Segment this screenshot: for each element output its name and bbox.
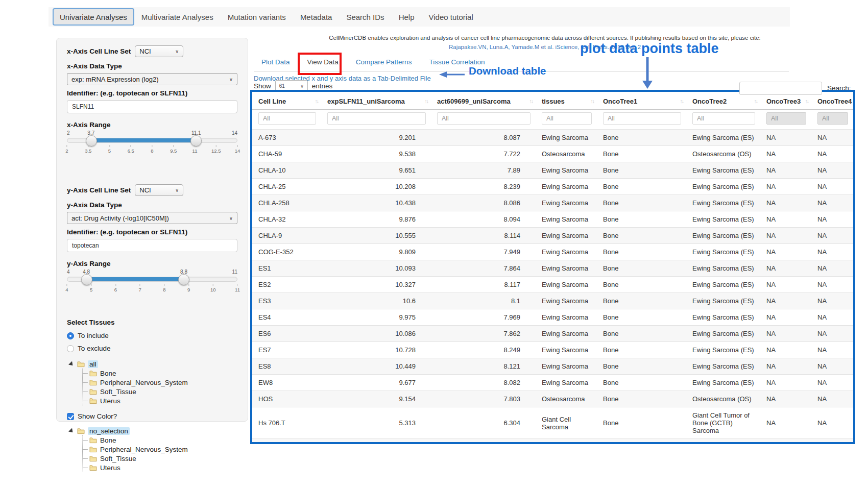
column-header-expslfn11-unisarcoma[interactable]: expSLFN11_uniSarcoma↑↓ <box>321 92 431 110</box>
table-cell: ES4 <box>252 309 321 326</box>
x-data-type-value: exp: mRNA Expression (log2) <box>71 76 159 83</box>
y-range-slider[interactable]: 44.88.8114567891011 <box>67 269 237 299</box>
radio-selected-icon[interactable] <box>67 332 74 339</box>
table-cell: Ewing Sarcoma (ES) <box>686 195 760 211</box>
x-range-slider[interactable]: 23.711.11423.556.589.51112.514 <box>67 130 237 160</box>
tissues-include-option[interactable]: To include <box>67 332 237 339</box>
slider-tick: 11 <box>235 284 240 292</box>
sort-icon[interactable]: ↑↓ <box>529 98 533 104</box>
folder-icon <box>89 379 97 386</box>
table-cell: NA <box>811 391 853 407</box>
slider-value-labels: 44.88.811 <box>67 269 237 277</box>
nav-tab-metadata[interactable]: Metadata <box>293 13 340 21</box>
slider-max-label: 11 <box>232 269 237 275</box>
column-filter-cell-line[interactable] <box>258 112 316 125</box>
column-filter-expslfn11-unisarcoma[interactable] <box>327 112 426 125</box>
checkbox-checked-icon[interactable] <box>67 413 74 420</box>
sort-icon[interactable]: ↑↓ <box>591 98 594 104</box>
y-identifier-input[interactable] <box>67 239 237 252</box>
slider-min-label: 2 <box>67 130 70 136</box>
table-cell: 8.121 <box>431 358 536 375</box>
column-filter-oncotree2[interactable] <box>692 112 755 125</box>
tree-node-label: Uterus <box>100 464 120 472</box>
column-header-cell-line[interactable]: Cell Line↑↓ <box>252 92 321 110</box>
tree-children: BonePeripheral_Nervous_SystemSoft_Tissue… <box>82 369 237 405</box>
y-range-label: y-Axis Range <box>67 259 237 268</box>
column-filter-oncotree1[interactable] <box>603 112 681 125</box>
y-data-type-select[interactable]: act: Drug Activity (-log10[IC50M]) ∨ <box>67 212 237 224</box>
sort-icon[interactable]: ↑↓ <box>805 98 809 104</box>
table-cell: NA <box>760 195 811 211</box>
tree-caret-icon[interactable] <box>68 361 75 367</box>
sort-icon[interactable]: ↑↓ <box>425 98 428 104</box>
nav-tab-univariate-analyses[interactable]: Univariate Analyses <box>53 8 134 26</box>
folder-icon <box>89 388 97 395</box>
tissues-exclude-option[interactable]: To exclude <box>67 345 237 352</box>
y-cell-line-set-label: y-Axis Cell Line Set <box>67 186 131 194</box>
nav-tab-multivariate-analyses[interactable]: Multivariate Analyses <box>134 13 221 21</box>
tree-node-uterus[interactable]: Uterus <box>83 463 237 472</box>
tree-node-bone[interactable]: Bone <box>83 369 237 378</box>
tree-node-all[interactable]: all <box>69 359 237 369</box>
slider-track[interactable] <box>67 138 237 143</box>
column-filter-tissues[interactable] <box>542 112 592 125</box>
table-cell: Ewing Sarcoma (ES) <box>686 130 760 146</box>
table-row: ES310.68.1Ewing SarcomaBoneEwing Sarcoma… <box>252 293 853 309</box>
x-data-type-select[interactable]: exp: mRNA Expression (log2) ∨ <box>67 73 237 85</box>
slider-tick: 4 <box>65 284 68 292</box>
y-cell-line-set-select[interactable]: NCI ∨ <box>135 184 183 196</box>
table-cell: ES2 <box>252 277 321 293</box>
table-cell: NA <box>811 407 853 439</box>
citation-text: CellMinerCDB enables exploration and ana… <box>254 35 836 41</box>
citation-link[interactable]: Rajapakse.VN, Luna.A, Yamade.M et al. iS… <box>254 44 836 50</box>
tree-node-no-selection[interactable]: no_selection <box>69 426 237 435</box>
table-cell: NA <box>760 375 811 391</box>
nav-tab-video-tutorial[interactable]: Video tutorial <box>421 13 480 21</box>
table-row: ES210.3278.117Ewing SarcomaBoneEwing Sar… <box>252 277 853 293</box>
entries-suffix-label: entries <box>312 82 333 90</box>
x-identifier-input[interactable] <box>67 100 237 113</box>
left-arrow-icon <box>439 70 465 79</box>
sort-icon[interactable]: ↑↓ <box>754 98 758 104</box>
column-header-act609699-unisarcoma[interactable]: act609699_uniSarcoma↑↓ <box>431 92 536 110</box>
column-header-oncotree1[interactable]: OncoTree1↑↓ <box>597 92 686 110</box>
tree-node-bone[interactable]: Bone <box>83 435 237 445</box>
table-cell: NA <box>760 293 811 309</box>
x-cell-line-set-select[interactable]: NCI ∨ <box>135 45 183 57</box>
tree-node-peripheral-nervous-system[interactable]: Peripheral_Nervous_System <box>83 445 237 454</box>
tab-plot-data[interactable]: Plot Data <box>261 58 290 66</box>
table-cell: Osteosarcoma <box>536 146 597 162</box>
nav-tab-help[interactable]: Help <box>392 13 422 21</box>
tree-caret-icon[interactable] <box>68 428 75 434</box>
table-cell: NA <box>760 228 811 244</box>
slider-selected-range <box>87 277 184 281</box>
table-cell: Ewing Sarcoma <box>536 211 597 228</box>
show-color-option[interactable]: Show Color? <box>67 412 237 420</box>
table-cell: 10.449 <box>321 358 431 375</box>
sort-icon[interactable]: ↑↓ <box>847 98 851 104</box>
tree-node-peripheral-nervous-system[interactable]: Peripheral_Nervous_System <box>83 378 237 387</box>
slider-track[interactable] <box>67 277 237 282</box>
column-filter-act609699-unisarcoma[interactable] <box>437 112 531 125</box>
nav-tab-search-ids[interactable]: Search IDs <box>339 13 391 21</box>
search-input[interactable] <box>739 82 822 95</box>
nav-tab-mutation-variants[interactable]: Mutation variants <box>221 13 293 21</box>
radio-unselected-icon[interactable] <box>67 345 74 352</box>
table-cell: Ewing Sarcoma (ES) <box>686 211 760 228</box>
table-cell: NA <box>811 146 853 162</box>
table-cell: Ewing Sarcoma <box>536 260 597 277</box>
tab-compare-patterns[interactable]: Compare Patterns <box>356 58 412 66</box>
tree-node-label: no_selection <box>88 427 130 435</box>
sort-icon[interactable]: ↑↓ <box>315 98 319 104</box>
app-canvas: Univariate AnalysesMultivariate Analyses… <box>0 0 868 488</box>
filter-cell <box>760 110 811 130</box>
chevron-down-icon: ∨ <box>229 77 233 82</box>
tree-node-soft-tissue[interactable]: Soft_Tissue <box>83 454 237 463</box>
table-cell: 8.239 <box>431 179 536 195</box>
tree-node-soft-tissue[interactable]: Soft_Tissue <box>83 387 237 396</box>
column-header-tissues[interactable]: tissues↑↓ <box>536 92 597 110</box>
table-cell: COG-E-352 <box>252 244 321 260</box>
tree-node-uterus[interactable]: Uterus <box>83 396 237 405</box>
sort-icon[interactable]: ↑↓ <box>680 98 684 104</box>
filter-cell <box>431 110 536 130</box>
